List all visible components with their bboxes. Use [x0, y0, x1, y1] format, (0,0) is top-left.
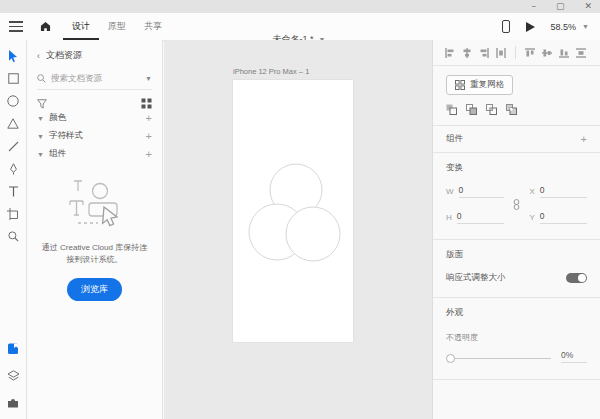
assets-section-components[interactable]: ▼ 组件 + [37, 145, 152, 163]
slider-knob[interactable] [446, 354, 455, 363]
artboard[interactable] [233, 80, 353, 342]
responsive-resize-label: 响应式调整大小 [446, 272, 506, 284]
libraries-empty-state: 通过 Creative Cloud 库保持连接到设计系统。 浏览库 [27, 179, 162, 301]
align-bottom-icon[interactable] [559, 48, 569, 58]
repeat-grid-block: 重复网格 [433, 66, 600, 126]
grid-view-icon[interactable] [141, 98, 152, 109]
line-tool-icon[interactable] [0, 135, 26, 158]
width-label: W [446, 187, 454, 196]
component-section-label: 组件 [446, 133, 463, 145]
property-inspector: 重复网格 组件 + 变换 W 0 [432, 40, 600, 419]
top-toolbar: 设计 原型 共享 未命名-1 * ▼ 58.5% ▼ [0, 13, 600, 41]
lock-aspect-link-icon[interactable] [509, 199, 525, 210]
y-input[interactable]: 0 [540, 211, 587, 224]
zoom-tool-icon[interactable] [0, 225, 26, 248]
layers-panel-icon[interactable] [0, 362, 26, 389]
add-component-button[interactable]: + [146, 149, 152, 159]
x-label: X [530, 187, 535, 196]
layout-section-label: 版面 [446, 249, 587, 261]
transform-fields: W 0 X 0 H 0 Y 0 [446, 185, 587, 224]
select-tool-icon[interactable] [0, 45, 26, 68]
tab-prototype[interactable]: 原型 [99, 13, 135, 40]
slider-track[interactable] [446, 358, 551, 359]
assets-panel-header[interactable]: ‹ 文档资源 [27, 40, 162, 62]
tool-strip-bottom [0, 335, 26, 419]
assets-section-colors[interactable]: ▼ 颜色 + [37, 109, 152, 127]
collapse-search-chevron-icon[interactable]: ▼ [145, 75, 152, 82]
width-field: W 0 [446, 185, 504, 198]
boolean-intersect-icon[interactable] [486, 104, 497, 115]
chevron-down-icon: ▼ [37, 151, 44, 158]
pen-tool-icon[interactable] [0, 158, 26, 181]
transform-section: 变换 W 0 X 0 H 0 Y 0 [433, 153, 600, 240]
align-right-icon[interactable] [479, 48, 489, 58]
maximize-icon[interactable]: ▢ [556, 0, 565, 13]
tab-share[interactable]: 共享 [135, 13, 171, 40]
component-section-header[interactable]: 组件 + [433, 126, 600, 153]
height-field: H 0 [446, 211, 504, 224]
chevron-down-icon: ▼ [37, 115, 44, 122]
minimize-icon[interactable]: – [531, 0, 536, 13]
boolean-exclude-icon[interactable] [506, 104, 517, 115]
appearance-section-label: 外观 [446, 307, 587, 319]
boolean-operations-row [446, 104, 587, 115]
zoom-level-control[interactable]: 58.5% ▼ [551, 22, 589, 32]
assets-panel-title: 文档资源 [46, 49, 82, 62]
ellipse-tool-icon[interactable] [0, 90, 26, 113]
height-label: H [446, 213, 452, 222]
responsive-resize-row: 响应式调整大小 [446, 272, 587, 284]
assets-filter-row [37, 98, 152, 109]
opacity-value-input[interactable]: 0% [561, 350, 587, 363]
align-middle-vertical-icon[interactable] [542, 48, 552, 58]
assets-panel-icon[interactable] [0, 335, 26, 362]
artboard-tool-icon[interactable] [0, 203, 26, 226]
ellipse-shape-bottom-right[interactable] [286, 207, 340, 261]
align-top-icon[interactable] [525, 48, 535, 58]
x-field: X 0 [530, 185, 588, 198]
opacity-slider[interactable] [446, 353, 551, 363]
polygon-tool-icon[interactable] [0, 113, 26, 136]
repeat-grid-button[interactable]: 重复网格 [446, 75, 513, 95]
browse-libraries-button[interactable]: 浏览库 [67, 278, 122, 301]
rectangle-tool-icon[interactable] [0, 68, 26, 91]
repeat-grid-icon [455, 80, 465, 90]
distribute-vertical-icon[interactable] [576, 48, 586, 58]
window-controls: – ▢ ✕ [531, 0, 592, 13]
add-color-button[interactable]: + [146, 113, 152, 123]
alignment-toolbar [433, 40, 600, 66]
height-input[interactable]: 0 [457, 211, 504, 224]
home-icon[interactable] [40, 21, 51, 32]
search-input[interactable] [51, 73, 140, 83]
responsive-resize-toggle[interactable] [566, 273, 587, 283]
plugins-panel-icon[interactable] [0, 389, 26, 416]
artboard-title[interactable]: iPhone 12 Pro Max – 1 [233, 67, 309, 76]
tool-strip [0, 40, 27, 419]
align-left-icon[interactable] [445, 48, 455, 58]
boolean-subtract-icon[interactable] [466, 104, 477, 115]
play-preview-icon[interactable] [526, 22, 535, 32]
section-label: 字符样式 [49, 130, 83, 142]
mode-tabs: 设计 原型 共享 [63, 13, 171, 40]
section-label: 颜色 [49, 112, 66, 124]
canvas[interactable]: iPhone 12 Pro Max – 1 [164, 40, 432, 419]
distribute-horizontal-icon[interactable] [496, 48, 506, 58]
y-field: Y 0 [530, 211, 588, 224]
hamburger-menu-icon[interactable] [9, 21, 23, 32]
libraries-illustration [64, 179, 126, 233]
add-component-button[interactable]: + [581, 134, 587, 144]
boolean-union-icon[interactable] [446, 104, 457, 115]
width-input[interactable]: 0 [459, 185, 504, 198]
align-center-horizontal-icon[interactable] [462, 48, 472, 58]
close-icon[interactable]: ✕ [584, 0, 592, 13]
add-character-style-button[interactable]: + [146, 131, 152, 141]
artboard-shapes [233, 80, 353, 342]
xd-application-window: – ▢ ✕ 设计 原型 共享 未命名-1 * ▼ 58.5% ▼ [0, 0, 600, 419]
tab-design[interactable]: 设计 [63, 13, 99, 40]
mobile-preview-icon[interactable] [502, 20, 510, 33]
filter-funnel-icon[interactable] [37, 99, 47, 109]
text-tool-icon[interactable] [0, 180, 26, 203]
assets-section-character-styles[interactable]: ▼ 字符样式 + [37, 127, 152, 145]
divider [515, 46, 516, 59]
x-input[interactable]: 0 [540, 185, 587, 198]
opacity-label: 不透明度 [446, 332, 587, 343]
